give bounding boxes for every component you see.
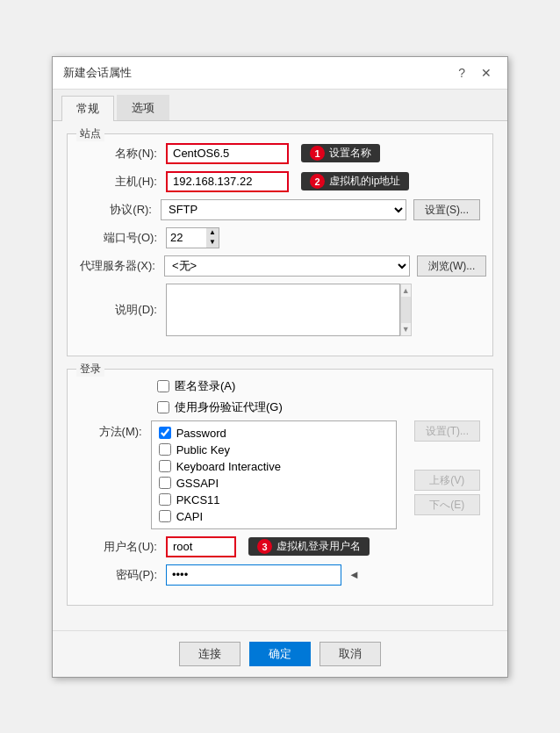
password-control-area: ◄ xyxy=(166,564,480,586)
scroll-track xyxy=(401,297,411,323)
pkcs11-checkbox[interactable] xyxy=(159,493,171,506)
tab-options[interactable]: 选项 xyxy=(117,95,169,120)
method-gssapi: GSSAPI xyxy=(159,477,389,490)
proxy-auth-checkbox[interactable] xyxy=(157,401,169,413)
method-list: Password Public Key Keyboard Interactive xyxy=(151,420,397,529)
desc-row: 说明(D): ▲ ▼ xyxy=(80,284,480,336)
username-tooltip: 3 虚拟机登录用户名 xyxy=(248,537,370,556)
method-keyboard: Keyboard Interactive xyxy=(159,460,389,473)
host-tooltip-text: 虚拟机的ip地址 xyxy=(329,174,400,189)
port-input[interactable] xyxy=(167,228,206,248)
username-row: 用户名(U): 3 虚拟机登录用户名 xyxy=(80,536,480,557)
method-pkcs11: PKCS11 xyxy=(159,493,389,507)
username-tooltip-text: 虚拟机登录用户名 xyxy=(276,539,361,554)
username-tooltip-num: 3 xyxy=(257,539,272,554)
site-section: 站点 名称(N): 1 设置名称 主机(H): 2 xyxy=(67,133,493,356)
tab-general[interactable]: 常规 xyxy=(61,96,114,121)
anon-checkbox[interactable] xyxy=(157,380,169,392)
help-button[interactable]: ? xyxy=(453,64,470,82)
host-tooltip-num: 2 xyxy=(310,174,325,189)
capi-label: CAPI xyxy=(176,510,203,523)
method-row: 方法(M): Password Public Key K xyxy=(80,420,480,529)
method-label: 方法(M): xyxy=(80,420,142,440)
host-label: 主机(H): xyxy=(80,174,157,190)
proxy-auth-label: 使用身份验证代理(G) xyxy=(175,399,283,415)
method-settings-button[interactable]: 设置(T)... xyxy=(414,420,480,442)
move-up-button[interactable]: 上移(V) xyxy=(414,470,480,491)
protocol-row: 协议(R): SFTP FTP SCP 设置(S)... xyxy=(80,199,480,220)
proxy-select[interactable]: <无> xyxy=(164,255,410,277)
desc-label: 说明(D): xyxy=(80,302,157,318)
publickey-label: Public Key xyxy=(176,443,230,456)
password-checkbox[interactable] xyxy=(159,427,171,439)
host-tooltip: 2 虚拟机的ip地址 xyxy=(301,172,409,190)
dialog-title: 新建会话属性 xyxy=(63,65,132,81)
method-publickey: Public Key xyxy=(159,443,389,456)
ok-button[interactable]: 确定 xyxy=(249,642,311,666)
scroll-down-arrow[interactable]: ▼ xyxy=(402,323,410,335)
proxy-label: 代理服务器(X): xyxy=(80,258,155,274)
site-section-title: 站点 xyxy=(76,126,104,141)
move-down-button[interactable]: 下へ(E) xyxy=(414,494,480,515)
method-password: Password xyxy=(159,427,389,440)
method-control-area: Password Public Key Keyboard Interactive xyxy=(151,420,480,529)
username-input[interactable] xyxy=(166,536,236,557)
connect-button[interactable]: 连接 xyxy=(179,642,241,666)
method-capi: CAPI xyxy=(159,510,389,523)
scroll-up-arrow[interactable]: ▲ xyxy=(402,284,410,297)
password-label: 密码(P): xyxy=(80,567,157,583)
title-bar: 新建会话属性 ? ✕ xyxy=(53,57,507,90)
name-tooltip: 1 设置名称 xyxy=(301,144,380,162)
name-input[interactable] xyxy=(166,143,289,164)
proxy-control-area: <无> 浏览(W)... xyxy=(164,255,486,277)
cancel-button[interactable]: 取消 xyxy=(319,642,381,666)
browse-button[interactable]: 浏览(W)... xyxy=(417,255,486,277)
protocol-select[interactable]: SFTP FTP SCP xyxy=(161,199,406,220)
gssapi-label: GSSAPI xyxy=(176,477,219,490)
footer: 连接 确定 取消 xyxy=(53,630,507,677)
method-buttons: 设置(T)... 上移(V) 下へ(E) xyxy=(414,420,480,515)
password-row: 密码(P): ◄ xyxy=(80,564,480,586)
main-content: 站点 名称(N): 1 设置名称 主机(H): 2 xyxy=(53,121,507,630)
capi-checkbox[interactable] xyxy=(159,510,171,522)
close-button[interactable]: ✕ xyxy=(476,64,497,82)
username-control-area: 3 虚拟机登录用户名 xyxy=(166,536,480,557)
anon-label: 匿名登录(A) xyxy=(175,378,235,394)
keyboard-label: Keyboard Interactive xyxy=(176,460,281,473)
gssapi-checkbox[interactable] xyxy=(159,477,171,489)
spin-up-button[interactable]: ▲ xyxy=(206,228,219,238)
proxy-row: 代理服务器(X): <无> 浏览(W)... xyxy=(80,255,480,277)
name-row: 名称(N): 1 设置名称 xyxy=(80,143,480,164)
port-row: 端口号(O): ▲ ▼ xyxy=(80,227,480,248)
desc-scrollbar[interactable]: ▲ ▼ xyxy=(400,284,412,336)
username-label: 用户名(U): xyxy=(80,539,157,555)
dialog: 新建会话属性 ? ✕ 常规 选项 站点 名称(N): 1 设置 xyxy=(52,56,508,678)
title-bar-controls: ? ✕ xyxy=(453,64,497,82)
port-label: 端口号(O): xyxy=(80,230,157,246)
host-row: 主机(H): 2 虚拟机的ip地址 xyxy=(80,171,480,192)
name-tooltip-num: 1 xyxy=(310,146,325,161)
spin-down-button[interactable]: ▼ xyxy=(206,238,219,248)
keyboard-checkbox[interactable] xyxy=(159,460,171,472)
port-spinner: ▲ ▼ xyxy=(166,227,219,248)
password-input[interactable] xyxy=(166,564,341,586)
name-tooltip-text: 设置名称 xyxy=(329,146,371,161)
pkcs11-label: PKCS11 xyxy=(176,493,220,507)
port-control-area: ▲ ▼ xyxy=(166,227,480,248)
publickey-checkbox[interactable] xyxy=(159,443,171,456)
tabs: 常规 选项 xyxy=(53,90,507,121)
spin-buttons: ▲ ▼ xyxy=(206,228,219,248)
protocol-control-area: SFTP FTP SCP 设置(S)... xyxy=(161,199,480,220)
password-label: Password xyxy=(176,427,226,440)
host-control-area: 2 虚拟机的ip地址 xyxy=(166,171,480,192)
name-control-area: 1 设置名称 xyxy=(166,143,480,164)
protocol-settings-button[interactable]: 设置(S)... xyxy=(413,199,480,220)
login-section-title: 登录 xyxy=(76,362,104,377)
anon-row: 匿名登录(A) xyxy=(157,378,480,394)
desc-textarea[interactable] xyxy=(166,284,400,336)
protocol-label: 协议(R): xyxy=(80,202,152,218)
desc-wrap: ▲ ▼ xyxy=(166,284,412,336)
password-arrow: ◄ xyxy=(348,568,360,581)
host-input[interactable] xyxy=(166,171,289,192)
proxy-auth-row: 使用身份验证代理(G) xyxy=(157,399,480,415)
